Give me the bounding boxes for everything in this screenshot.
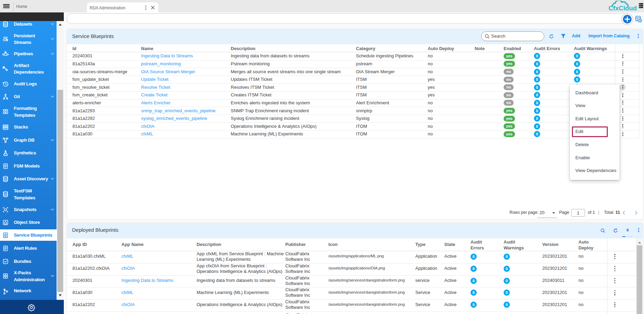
svg-text:CfxCloud: CfxCloud [608,4,637,12]
